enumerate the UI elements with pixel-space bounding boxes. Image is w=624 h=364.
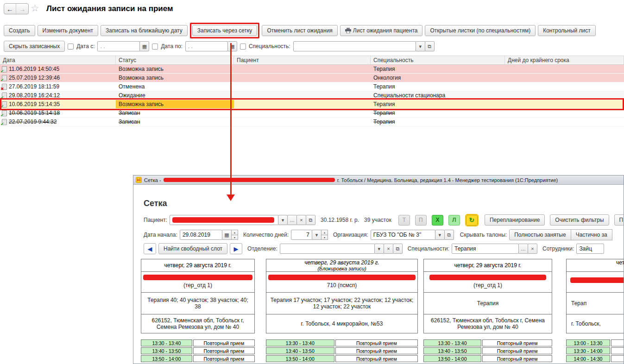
book-via-grid-button[interactable]: Записать через сетку (192, 25, 258, 36)
replan-button[interactable]: Перепланирование (485, 214, 545, 226)
find-free-slot-button[interactable]: Найти свободный слот (158, 243, 227, 254)
col-date[interactable]: Дата (0, 56, 116, 64)
flag-x-button[interactable]: Х (432, 215, 443, 226)
date-from-calendar-icon[interactable]: ▦ (139, 41, 149, 51)
slot-type[interactable]: Повторный прием (482, 355, 552, 362)
forward-button[interactable]: → (16, 4, 28, 14)
prev-day-button[interactable]: ◀ (144, 243, 156, 254)
slot-time[interactable]: 14:00 - 14:30 (566, 355, 610, 362)
flag-t-button[interactable]: Т (398, 215, 410, 226)
day-header[interactable]: четверг, 29 августа 2019 г.(Блокировка з… (266, 259, 418, 272)
org-open-icon[interactable]: ⧉ (444, 230, 454, 240)
days-count-input[interactable]: 7 (291, 230, 312, 240)
day-header[interactable]: четверг, 29 августа 2019 г. (141, 259, 255, 272)
slot-type[interactable]: Повторный прием (193, 355, 255, 362)
day-header[interactable]: четверг, 2 (566, 259, 624, 272)
slot-time[interactable]: 13:40 - 13:50 (141, 347, 192, 354)
control-sheet-button[interactable]: Контрольный лист (538, 25, 596, 36)
slot-type[interactable]: Повторный прием (193, 339, 255, 346)
patient-input[interactable] (170, 215, 278, 225)
cancel-waiting-list-button[interactable]: Отменить лист ожидания (262, 25, 337, 36)
patient-open-icon[interactable]: ⧉ (306, 215, 315, 225)
date-to-checkbox[interactable] (152, 44, 158, 50)
staff-input[interactable]: Зайц (576, 244, 604, 254)
spec-clear-icon[interactable]: × (528, 244, 537, 254)
date-from-input[interactable]: . . (97, 41, 140, 51)
edit-document-button[interactable]: Изменить документ (38, 25, 98, 36)
slot-time[interactable]: 13:50 - 14:00 (423, 355, 481, 362)
slot-time[interactable]: 13:40 - 13:50 (423, 347, 481, 354)
toolbar: Создать Изменить документ Записать на бл… (4, 23, 596, 38)
date-from-checkbox[interactable] (68, 44, 74, 50)
slot-type[interactable]: Повторный прием (335, 355, 418, 362)
patient-clear-icon[interactable]: × (296, 215, 306, 225)
dept-clear-icon[interactable]: × (384, 244, 393, 254)
patient-dropdown-icon[interactable]: ▾ (278, 215, 288, 225)
clear-filters-button[interactable]: Очистить фильтры (550, 214, 609, 226)
org-input[interactable]: ГБУЗ ТО "ОБ № 3" (371, 230, 435, 240)
doctor-cell[interactable]: (тер_отд 1) (141, 271, 255, 293)
hide-fully-button[interactable]: Полностью занятые (509, 229, 571, 240)
table-row[interactable]: ✔11.06.2019 14:50:45 Возможна запись Тер… (0, 65, 624, 74)
specialty-dropdown-icon[interactable]: ▾ (416, 41, 425, 51)
col-status[interactable]: Статус (116, 56, 234, 64)
col-patient[interactable]: Пациент (234, 56, 371, 64)
patient-select-icon[interactable]: … (287, 215, 297, 225)
slot-type[interactable] (611, 355, 624, 362)
refresh-button[interactable]: ↻ (466, 215, 478, 226)
slot-time[interactable]: 13:30 - 13:40 (266, 339, 334, 346)
slot-time[interactable]: 13:00 - 13:30 (566, 339, 610, 346)
table-row[interactable]: ✖27.06.2019 18:11:59 Отменена Терапия (0, 82, 624, 91)
patient-waiting-list-button[interactable]: Лист ожидания пациента (340, 25, 423, 36)
flag-p-button[interactable]: П (415, 215, 427, 226)
slot-time[interactable]: 13:50 - 14:00 (266, 355, 334, 362)
slot-type[interactable]: Повторный прием (193, 347, 255, 354)
favorite-star-icon[interactable]: ☆ (31, 3, 39, 14)
date-to-input[interactable]: . . (185, 41, 228, 51)
next-day-button[interactable]: ▶ (230, 243, 242, 254)
slot-type[interactable]: Повторный прием (335, 347, 418, 354)
col-days-left[interactable]: Дней до крайнего срока (505, 56, 624, 64)
back-button[interactable]: ← (4, 4, 16, 14)
open-sheets-button[interactable]: Открытые листки (по специальностям) (425, 25, 536, 36)
days-count-dropdown-icon[interactable]: ▾ (312, 230, 321, 240)
days-count-spinner[interactable]: ▴▾ (321, 230, 328, 240)
spec-input[interactable]: Терапия (452, 244, 519, 254)
slot-time[interactable]: 13:50 - 14:00 (141, 355, 192, 362)
slot-time[interactable]: 13:30 - 13:40 (141, 339, 192, 346)
slot-time[interactable]: 13:30 - 13:40 (423, 339, 481, 346)
dept-input[interactable] (280, 244, 375, 254)
table-row[interactable]: ✔25.07.2019 12:39:46 Возможна запись Онк… (0, 74, 624, 82)
col-specialty[interactable]: Специальность (371, 56, 505, 64)
dept-dropdown-icon[interactable]: ▾ (374, 244, 384, 254)
dept-open-icon[interactable]: ⧉ (393, 244, 403, 254)
specialty-input[interactable] (293, 41, 416, 51)
slot-type[interactable]: Повторный прием (335, 339, 418, 346)
create-button[interactable]: Создать (4, 25, 35, 36)
start-date-calendar-icon[interactable]: ▦ (222, 230, 232, 240)
doctor-cell[interactable]: 710 (псмсп) (266, 271, 418, 293)
slot-type[interactable] (611, 339, 624, 346)
clipped-button[interactable]: П (614, 214, 624, 226)
slot-type[interactable]: Повторный прием (482, 347, 552, 354)
grid-window-titlebar[interactable]: 1С Сетка - г. Тобольск / Медицина. Больн… (133, 176, 624, 185)
slot-time[interactable]: 13:40 - 13:50 (266, 347, 334, 354)
start-date-spinner[interactable]: ▴▾ (231, 230, 238, 240)
flag-l-button[interactable]: Л (448, 215, 460, 226)
org-dropdown-icon[interactable]: ▾ (435, 230, 445, 240)
doctor-cell[interactable] (566, 271, 624, 293)
book-nearest-date-button[interactable]: Записать на ближайшую дату (101, 25, 188, 36)
doctor-cell[interactable]: (тер_отд 1) (423, 271, 552, 293)
spec-select-icon[interactable]: … (518, 244, 528, 254)
slot-type[interactable] (611, 347, 624, 354)
slot-type[interactable]: Повторный прием (482, 339, 552, 346)
hide-partially-button[interactable]: Частично за (571, 229, 612, 240)
slot-time[interactable]: 13:30 - 14:00 (566, 347, 610, 354)
start-date-input[interactable]: 29.08.2019 (180, 230, 222, 240)
specialty-checkbox[interactable] (240, 44, 246, 50)
date-to-calendar-icon[interactable]: ▦ (227, 41, 237, 51)
hide-recorded-button[interactable]: Скрыть записанных (4, 41, 65, 52)
table-row[interactable]: ✔22.07.2019 9:44:32 Записан Терапия (0, 118, 624, 126)
specialty-open-icon[interactable]: ⧉ (425, 41, 435, 51)
day-header[interactable]: четверг, 29 августа 2019 г. (423, 259, 552, 272)
